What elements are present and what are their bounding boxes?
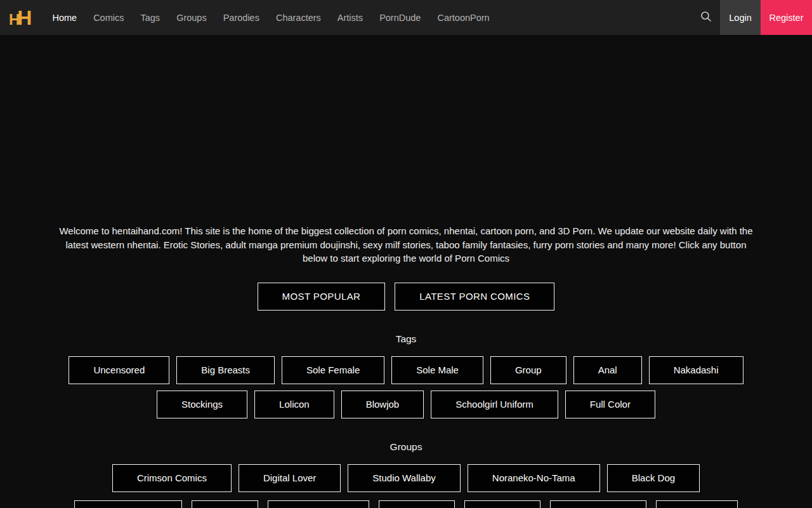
group-button[interactable]: Noraneko-No-Tama xyxy=(468,464,600,492)
group-button-partial[interactable] xyxy=(268,500,369,508)
tag-button[interactable]: Sole Male xyxy=(391,356,483,384)
cta-row: MOST POPULAR LATEST PORN COMICS xyxy=(0,283,812,311)
tag-button[interactable]: Stockings xyxy=(157,391,247,418)
logo-letter: H xyxy=(9,12,20,27)
group-button-partial[interactable] xyxy=(464,500,540,508)
nav-link-comics[interactable]: Comics xyxy=(93,13,124,23)
nav-link-artists[interactable]: Artists xyxy=(337,13,363,23)
group-button-partial[interactable] xyxy=(550,500,646,508)
nav-link-parodies[interactable]: Parodies xyxy=(223,13,259,23)
tag-button[interactable]: Big Breasts xyxy=(176,356,275,384)
tags-row-2: Stockings Lolicon Blowjob Schoolgirl Uni… xyxy=(0,391,812,418)
groups-row-1: Crimson Comics Digital Lover Studio Wall… xyxy=(0,464,812,492)
group-button-partial[interactable] xyxy=(656,500,738,508)
tags-heading: Tags xyxy=(0,333,812,345)
groups-row-2-partial xyxy=(0,500,812,508)
tag-button[interactable]: Full Color xyxy=(565,391,655,418)
tag-button[interactable]: Nakadashi xyxy=(649,356,743,384)
latest-porn-comics-button[interactable]: LATEST PORN COMICS xyxy=(395,283,554,311)
group-button-partial[interactable] xyxy=(192,500,258,508)
tag-button[interactable]: Sole Female xyxy=(282,356,384,384)
most-popular-button[interactable]: MOST POPULAR xyxy=(258,283,386,311)
search-button[interactable] xyxy=(692,0,720,35)
nav-spacer xyxy=(490,0,692,35)
group-button[interactable]: Black Dog xyxy=(607,464,700,492)
site-logo[interactable]: H H xyxy=(0,0,41,35)
nav-link-cartoonporn[interactable]: CartoonPorn xyxy=(437,13,489,23)
tag-button[interactable]: Anal xyxy=(573,356,642,384)
navbar: H H Home Comics Tags Groups Parodies Cha… xyxy=(0,0,812,35)
tag-button[interactable]: Blowjob xyxy=(341,391,424,418)
nav-links: Home Comics Tags Groups Parodies Charact… xyxy=(52,0,489,35)
group-button-partial[interactable] xyxy=(74,500,182,508)
nav-link-tags[interactable]: Tags xyxy=(140,13,160,23)
group-button[interactable]: Digital Lover xyxy=(239,464,341,492)
group-button[interactable]: Crimson Comics xyxy=(112,464,232,492)
nav-link-home[interactable]: Home xyxy=(52,13,77,23)
login-button[interactable]: Login xyxy=(720,0,761,35)
groups-heading: Groups xyxy=(0,441,812,453)
nav-link-groups[interactable]: Groups xyxy=(176,13,207,23)
nav-link-characters[interactable]: Characters xyxy=(276,13,321,23)
tag-button[interactable]: Group xyxy=(490,356,566,384)
magnifier-icon xyxy=(700,11,712,25)
group-button[interactable]: Studio Wallaby xyxy=(348,464,461,492)
tag-button[interactable]: Uncensored xyxy=(69,356,169,384)
tag-button[interactable]: Lolicon xyxy=(254,391,334,418)
register-button[interactable]: Register xyxy=(761,0,812,35)
tag-button[interactable]: Schoolgirl Uniform xyxy=(431,391,558,418)
group-button-partial[interactable] xyxy=(379,500,455,508)
nav-link-porndude[interactable]: PornDude xyxy=(379,13,421,23)
tags-row-1: Uncensored Big Breasts Sole Female Sole … xyxy=(0,356,812,384)
welcome-text: Welcome to hentaihand.com! This site is … xyxy=(55,224,757,265)
